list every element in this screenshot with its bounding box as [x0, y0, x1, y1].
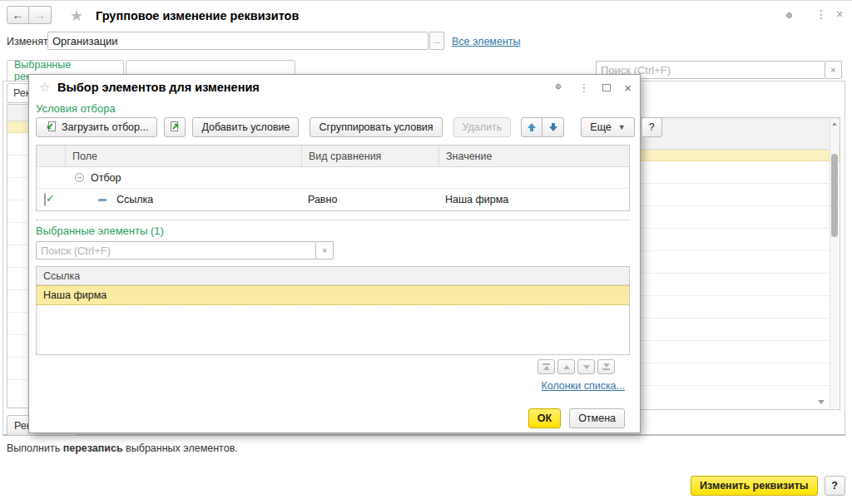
up-icon: [563, 365, 570, 369]
field-type-icon: [98, 199, 106, 201]
note-bold: перезапись: [63, 442, 123, 454]
check-column-header[interactable]: [37, 146, 65, 166]
page-help-button[interactable]: ?: [825, 476, 845, 496]
page-title: Групповое изменение реквизитов: [96, 9, 299, 22]
go-up-button[interactable]: [557, 359, 575, 374]
last-icon-arrow: [603, 363, 610, 368]
down-arrow-icon: [549, 123, 557, 131]
filter-group-label: Отбор: [91, 172, 121, 184]
dialog-close-icon[interactable]: ×: [624, 82, 632, 94]
dialog-search-input[interactable]: [36, 241, 316, 259]
filter-conditions-table: Поле Вид сравнения Значение Отбор Ссылка…: [36, 145, 630, 211]
last-icon: [602, 368, 610, 370]
move-up-button[interactable]: [521, 117, 542, 137]
conditions-toolbar: Загрузить отбор... Добавить условие Сгру…: [36, 117, 635, 137]
field-column-header[interactable]: Поле: [65, 146, 301, 166]
selected-element-row[interactable]: Наша фирма: [37, 285, 629, 305]
dialog-more-icon[interactable]: ⋮: [578, 82, 589, 93]
go-down-button[interactable]: [577, 359, 595, 374]
dialog-help-button[interactable]: ?: [641, 117, 662, 137]
condition-value: Наша фирма: [438, 194, 629, 205]
more-button[interactable]: Еще ▼: [581, 117, 634, 137]
dialog-link-icon[interactable]: [552, 80, 565, 96]
dialog-star-icon[interactable]: ☆: [39, 80, 50, 95]
list-columns-link[interactable]: Колонки списка...: [541, 380, 625, 392]
back-button[interactable]: ←: [7, 6, 29, 24]
cancel-button[interactable]: Отмена: [569, 408, 625, 428]
list-navigation-buttons: [537, 359, 615, 374]
dialog-footer-buttons: ОК Отмена: [528, 408, 625, 428]
dialog-maximize-icon[interactable]: [602, 84, 611, 91]
filter-table-header: Поле Вид сравнения Значение: [37, 146, 629, 167]
all-elements-link[interactable]: Все элементы: [452, 36, 521, 47]
move-down-button[interactable]: [542, 117, 564, 137]
go-first-button[interactable]: [537, 359, 555, 374]
values-scrollbar[interactable]: [830, 119, 839, 408]
condition-field: Ссылка: [116, 194, 153, 205]
history-nav: ← →: [7, 6, 52, 24]
scroll-thumb[interactable]: [831, 154, 838, 237]
list-column-header[interactable]: Ссылка: [37, 267, 629, 285]
move-buttons: [521, 117, 564, 137]
selected-elements-section-label: Выбранные элементы (1): [36, 225, 164, 237]
add-condition-button[interactable]: Добавить условие: [192, 117, 299, 137]
back-arrow-icon: ←: [12, 8, 24, 22]
window-more-icon[interactable]: ⋮: [815, 7, 827, 21]
note-suffix: выбранных элементов.: [123, 442, 238, 454]
forward-arrow-icon: →: [34, 8, 46, 22]
dialog-search-clear-icon[interactable]: ×: [316, 241, 334, 259]
change-object-field-wrap: [47, 32, 428, 50]
value-column-header[interactable]: Значение: [438, 146, 629, 166]
caret-down-icon: ▼: [618, 123, 626, 131]
save-filter-button[interactable]: [164, 117, 186, 137]
forward-button[interactable]: →: [29, 6, 52, 24]
go-last-button[interactable]: [597, 359, 615, 374]
change-attributes-button[interactable]: Изменить реквизиты: [691, 476, 818, 496]
favorite-star-icon[interactable]: ★: [70, 7, 83, 25]
condition-checkbox[interactable]: [44, 193, 46, 206]
up-arrow-icon: [528, 123, 536, 131]
filter-group-row[interactable]: Отбор: [37, 167, 629, 189]
dialog-header: ☆ Выбор элементов для изменения ⋮ ×: [29, 75, 640, 100]
filter-condition-row[interactable]: Ссылка Равно Наша фирма: [37, 189, 629, 210]
first-icon-arrow: [543, 366, 550, 370]
element-selection-dialog: ☆ Выбор элементов для изменения ⋮ × Усло…: [28, 74, 641, 433]
more-label: Еще: [590, 121, 611, 133]
comparison-column-header[interactable]: Вид сравнения: [301, 146, 438, 166]
down-icon: [583, 365, 590, 369]
dialog-search-wrap: ×: [36, 241, 334, 259]
first-icon: [542, 363, 550, 365]
scroll-up-icon[interactable]: [832, 122, 837, 126]
window-close-icon[interactable]: ×: [836, 7, 843, 21]
group-change-attributes-window: ← → ★ Групповое изменение реквизитов ⋮ ×…: [0, 0, 852, 504]
background-search-clear-icon[interactable]: ×: [825, 61, 842, 79]
selected-elements-list: Ссылка Наша фирма: [36, 266, 630, 355]
footer-buttons: Изменить реквизиты ?: [691, 476, 845, 496]
dialog-title: Выбор элементов для изменения: [57, 81, 260, 94]
note-prefix: Выполнить: [7, 442, 63, 454]
change-object-field[interactable]: [47, 32, 428, 50]
list-end-icon: [818, 400, 825, 404]
load-filter-icon: [45, 121, 57, 135]
get-link-icon[interactable]: [782, 8, 796, 25]
save-filter-icon: [169, 121, 181, 135]
conditions-section-label: Условия отбора: [36, 102, 116, 115]
choose-object-button[interactable]: ...: [429, 32, 444, 50]
load-filter-button[interactable]: Загрузить отбор...: [36, 117, 157, 137]
load-filter-label: Загрузить отбор...: [62, 121, 148, 133]
rewrite-note: Выполнить перезапись выбранных элементов…: [7, 442, 238, 454]
delete-condition-button[interactable]: Удалить: [453, 117, 512, 137]
tree-collapse-icon[interactable]: [75, 173, 84, 182]
sections-splitter[interactable]: [36, 220, 630, 220]
ok-button[interactable]: ОК: [528, 408, 561, 428]
group-conditions-button[interactable]: Сгруппировать условия: [310, 117, 442, 137]
condition-comparison: Равно: [301, 194, 438, 205]
